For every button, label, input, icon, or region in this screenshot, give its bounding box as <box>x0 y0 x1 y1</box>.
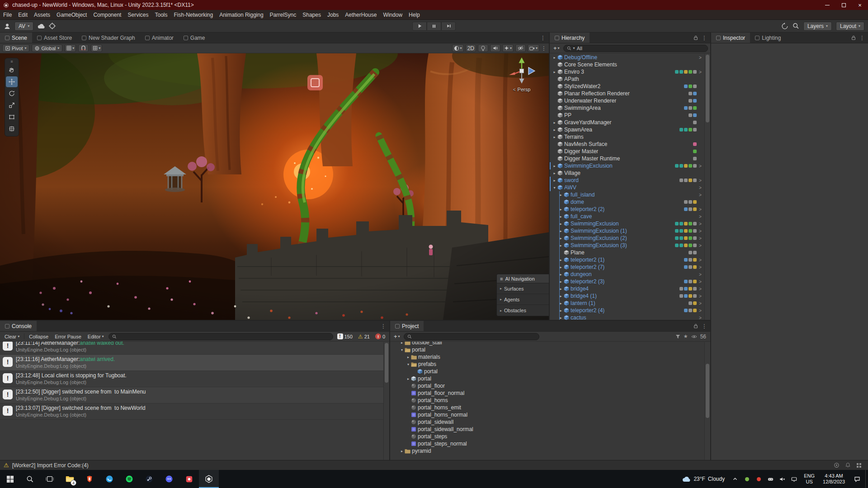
hierarchy-row[interactable]: ▸Terrains <box>550 133 710 141</box>
scrollbar-thumb[interactable] <box>706 364 709 418</box>
start-button[interactable] <box>0 470 20 488</box>
hierarchy-row[interactable]: APath <box>550 75 710 83</box>
project-row[interactable]: portal_horns_normal <box>390 411 710 418</box>
lock-icon[interactable] <box>693 35 698 41</box>
hierarchy-row[interactable]: ▸GraveYardManager <box>550 119 710 126</box>
show-desktop-button[interactable] <box>865 470 868 488</box>
hierarchy-row[interactable]: ▸full_cave> <box>550 213 710 220</box>
undo-history-icon[interactable] <box>781 23 788 30</box>
chevron-right-icon[interactable]: ▸ <box>558 207 564 211</box>
pivot-dropdown[interactable]: Pivot ▾ <box>2 44 29 52</box>
scale-tool-button[interactable] <box>6 100 18 111</box>
console-scrollbar[interactable] <box>383 342 389 460</box>
camera-settings-dropdown[interactable]: ▾ <box>528 44 539 52</box>
ai-nav-item-surfaces[interactable]: ▸Surfaces <box>497 283 549 294</box>
prefab-chevron-icon[interactable]: > <box>698 236 703 241</box>
hierarchy-row[interactable]: NavMesh Surface <box>550 141 710 148</box>
hidden-packages-icon[interactable] <box>691 334 697 339</box>
grid-visibility-button[interactable]: ▾ <box>65 44 76 52</box>
hierarchy-row[interactable]: dome <box>550 198 710 206</box>
hierarchy-row[interactable]: ▸full_island> <box>550 191 710 198</box>
project-row[interactable]: ▸materials <box>390 353 710 361</box>
hierarchy-row[interactable]: ▸cactus> <box>550 314 710 320</box>
chevron-right-icon[interactable]: ▸ <box>558 272 564 277</box>
search-by-type-icon[interactable] <box>675 334 680 339</box>
warning-count-toggle[interactable]: ⚠ 21 <box>357 333 371 340</box>
spotify-taskbar-icon[interactable] <box>119 470 139 488</box>
step-button[interactable] <box>441 22 456 31</box>
gamepad-icon[interactable] <box>764 470 776 488</box>
hierarchy-row[interactable]: ▸bridge4 (1)> <box>550 292 710 300</box>
menu-gameobject[interactable]: GameObject <box>53 10 90 19</box>
console-search-input[interactable] <box>108 333 333 340</box>
scene-visibility-button[interactable] <box>515 44 526 52</box>
chevron-right-icon[interactable]: ▸ <box>558 287 564 291</box>
hierarchy-row[interactable]: ▸SwimmingExclusion (3)> <box>550 242 710 249</box>
hierarchy-row[interactable]: ▸SwimmingExclusion (2)> <box>550 235 710 242</box>
lock-icon[interactable] <box>851 35 856 41</box>
scene-toolbar-kebab-icon[interactable]: ⋮ <box>541 45 547 52</box>
menu-tools[interactable]: Tools <box>151 10 170 19</box>
prefab-chevron-icon[interactable]: > <box>698 185 703 190</box>
prefab-chevron-icon[interactable]: > <box>698 315 703 320</box>
view-tool-button[interactable] <box>6 65 18 75</box>
antivirus-shield-icon[interactable] <box>753 470 764 488</box>
menu-services[interactable]: Services <box>124 10 151 19</box>
discord-taskbar-icon[interactable] <box>159 470 179 488</box>
menu-window[interactable]: Window <box>380 10 406 19</box>
project-row[interactable]: portal_floor <box>390 382 710 389</box>
info-count-toggle[interactable]: ! 150 <box>336 333 354 339</box>
editor-dropdown[interactable]: Editor ▾ <box>86 333 106 340</box>
chevron-right-icon[interactable]: ▸ <box>552 56 557 60</box>
ai-navigation-header[interactable]: ≡ AI Navigation <box>497 274 549 283</box>
account-avatar-icon[interactable] <box>4 23 11 30</box>
unity-taskbar-icon[interactable] <box>199 470 219 488</box>
project-row[interactable]: ▸pyramid <box>390 447 710 455</box>
scrollbar-thumb[interactable] <box>385 343 388 383</box>
prefab-chevron-icon[interactable]: > <box>698 229 703 234</box>
rect-tool-button[interactable] <box>6 112 18 122</box>
chevron-right-icon[interactable]: ▸ <box>558 294 564 298</box>
hierarchy-row[interactable]: ▸SwimmingExclusion> <box>550 162 710 169</box>
orientation-gizmo[interactable]: < Persp <box>500 55 543 92</box>
rotate-tool-button[interactable] <box>6 88 18 99</box>
prefab-chevron-icon[interactable]: > <box>698 258 703 263</box>
kebab-menu-icon[interactable]: ⋮ <box>702 35 707 41</box>
kebab-menu-icon[interactable]: ⋮ <box>381 323 386 329</box>
action-center-icon[interactable] <box>849 470 865 488</box>
projection-toggle[interactable]: < Persp <box>513 87 531 92</box>
hierarchy-row[interactable]: ▾AWV> <box>550 184 710 191</box>
hierarchy-row[interactable]: ▸lantern (1)> <box>550 300 710 307</box>
hierarchy-search-input[interactable]: ▾ All <box>563 45 708 52</box>
prefab-chevron-icon[interactable]: > <box>698 272 703 277</box>
chevron-right-icon[interactable]: ▸ <box>552 164 557 168</box>
error-count-toggle[interactable]: ! 0 <box>374 333 387 339</box>
hierarchy-row[interactable]: ▸Village <box>550 169 710 177</box>
chevron-down-icon[interactable]: ▾ <box>399 348 405 352</box>
hierarchy-row[interactable]: Core Scene Elements <box>550 61 710 68</box>
grid-snap-button[interactable] <box>78 44 89 52</box>
hierarchy-scrollbar[interactable] <box>704 54 710 320</box>
hierarchy-row[interactable]: Digger Master Runtime <box>550 155 710 162</box>
tab-animator[interactable]: Animator <box>140 33 179 43</box>
tab-inspector[interactable]: Inspector <box>711 33 750 43</box>
tab-scene[interactable]: Scene <box>0 33 32 43</box>
chevron-right-icon[interactable]: ▸ <box>558 258 564 262</box>
log-entry[interactable]: ![23:12:50] [Digger] switched scene from… <box>0 387 389 404</box>
hierarchy-row[interactable]: ▸SwimmingExclusion (1)> <box>550 227 710 235</box>
pause-button[interactable] <box>427 22 441 31</box>
close-button[interactable]: × <box>852 0 868 10</box>
prefab-chevron-icon[interactable]: > <box>698 279 703 284</box>
prefab-chevron-icon[interactable]: > <box>698 178 703 183</box>
ai-nav-item-obstacles[interactable]: ▸Obstacles <box>497 305 549 316</box>
chevron-right-icon[interactable]: ▸ <box>552 128 557 132</box>
project-row[interactable]: portal_sidewall <box>390 418 710 426</box>
tab-project[interactable]: Project <box>390 321 424 331</box>
hierarchy-row[interactable]: ▸teleporter2 (7)> <box>550 263 710 271</box>
chevron-right-icon[interactable]: ▸ <box>406 377 411 381</box>
hierarchy-row[interactable]: ▸dungeon> <box>550 271 710 278</box>
clock[interactable]: 4:43 AM 12/8/2023 <box>819 470 849 488</box>
hierarchy-row[interactable]: Digger Master <box>550 148 710 155</box>
hierarchy-row[interactable]: SwimmingArea <box>550 104 710 112</box>
bell-icon[interactable] <box>845 462 851 468</box>
